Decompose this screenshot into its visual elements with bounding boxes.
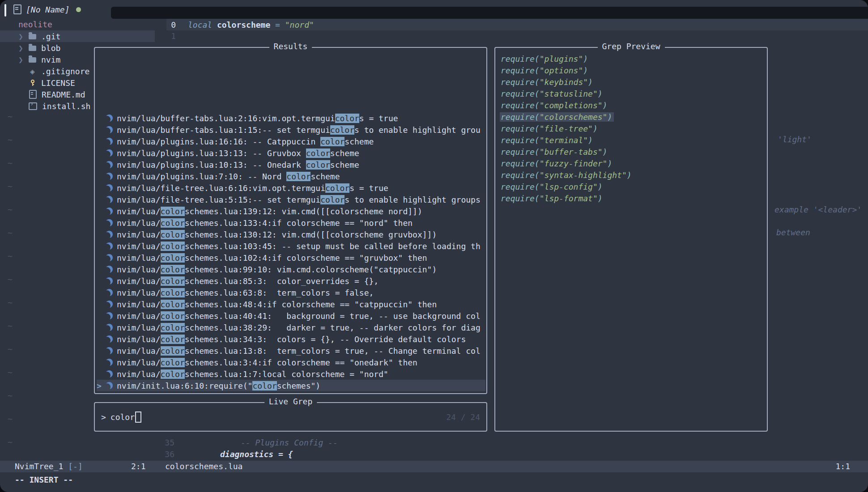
result-row[interactable]: nvim/lua/colorschemes.lua:13:8: term_col… — [97, 345, 485, 356]
readme-icon — [29, 90, 37, 99]
lua-file-icon — [106, 184, 113, 191]
match-highlight: color — [306, 148, 330, 158]
selection-caret — [97, 300, 106, 309]
preview-line: require("terminal") — [500, 135, 765, 146]
current-filename: colorschemes.lua — [165, 461, 243, 472]
match-highlight: color — [306, 160, 330, 170]
live-grep-input[interactable]: > color 24 / 24 — [95, 403, 486, 431]
selection-caret — [97, 125, 106, 135]
lua-file-icon — [106, 382, 113, 389]
result-row[interactable]: nvim/lua/plugins.lua:10:13: -- Onedark c… — [97, 159, 485, 170]
result-row[interactable]: nvim/lua/buffer-tabs.lua:1:15:-- set ter… — [97, 124, 485, 136]
selection-caret — [97, 311, 106, 321]
result-row[interactable]: nvim/lua/plugins.lua:16:16: -- Catppucci… — [97, 136, 485, 147]
folder-icon — [29, 34, 36, 39]
result-text: nvim/lua/plugins.lua:10:13: -- Onedark c… — [117, 160, 359, 170]
preview-line: require("options") — [500, 65, 765, 76]
tree-item-label: nvim — [41, 55, 60, 64]
lua-file-icon — [106, 138, 113, 145]
key-icon — [29, 79, 36, 87]
folder-icon — [29, 57, 36, 63]
result-row[interactable]: nvim/lua/colorschemes.lua:38:29: darker … — [97, 322, 485, 333]
lua-file-icon — [106, 219, 113, 226]
result-row[interactable]: nvim/lua/colorschemes.lua:99:10: vim.cmd… — [97, 263, 485, 275]
result-row[interactable]: nvim/lua/file-tree.lua:6:16:vim.opt.term… — [97, 182, 485, 194]
result-text: nvim/lua/plugins.lua:7:10: -- Nord color… — [117, 172, 340, 181]
tree-item-.git[interactable]: ❯.git — [0, 30, 155, 42]
match-highlight: color — [161, 242, 185, 251]
result-row[interactable]: nvim/lua/buffer-tabs.lua:2:16:vim.opt.te… — [97, 112, 485, 124]
match-highlight: color — [320, 195, 345, 204]
result-row[interactable]: nvim/lua/colorschemes.lua:34:3: colors =… — [97, 333, 485, 345]
result-row[interactable]: nvim/lua/plugins.lua:13:13: -- Gruvbox c… — [97, 147, 485, 159]
results-list[interactable]: nvim/lua/buffer-tabs.lua:2:16:vim.opt.te… — [97, 49, 485, 391]
match-highlight: color — [161, 358, 185, 367]
match-highlight: color — [161, 276, 185, 286]
result-row[interactable]: nvim/lua/colorschemes.lua:1:7:local colo… — [97, 368, 485, 380]
live-grep-window: Live Grep > color 24 / 24 — [94, 402, 487, 432]
result-text: nvim/lua/colorschemes.lua:38:29: darker … — [117, 323, 481, 332]
result-row[interactable]: nvim/lua/colorschemes.lua:40:41: backgro… — [97, 310, 485, 322]
preview-line: require("fuzzy-finder") — [500, 158, 765, 170]
lua-file-icon — [106, 359, 113, 366]
result-row[interactable]: nvim/lua/colorschemes.lua:85:3: color_ov… — [97, 275, 485, 287]
empty-line-tilde: ~ — [8, 367, 13, 378]
identifier-token: colorscheme — [217, 20, 270, 30]
lua-file-icon — [106, 277, 113, 284]
result-text: nvim/lua/colorschemes.lua:139:12: vim.cm… — [117, 207, 422, 216]
project-root-label: neolite — [0, 19, 166, 30]
empty-line-tilde: ~ — [8, 297, 13, 309]
result-text: nvim/lua/colorschemes.lua:99:10: vim.cmd… — [117, 265, 437, 274]
folder-icon — [29, 46, 36, 51]
file-icon — [13, 4, 21, 14]
lua-file-icon — [106, 266, 113, 273]
selection-caret — [97, 369, 106, 379]
preview-line: require("lsp-config") — [500, 181, 765, 193]
result-row[interactable]: nvim/lua/plugins.lua:7:10: -- Nord color… — [97, 170, 485, 182]
selection-caret — [97, 323, 106, 332]
tree-item-label: LICENSE — [41, 78, 75, 88]
result-text: nvim/lua/colorschemes.lua:130:12: vim.cm… — [117, 230, 437, 239]
selection-caret — [97, 346, 106, 356]
selection-caret — [97, 160, 106, 170]
lua-file-icon — [106, 173, 113, 180]
lua-file-icon — [106, 115, 113, 122]
lua-file-icon — [106, 161, 113, 168]
chevron-right-icon: ❯ — [18, 55, 29, 64]
result-row[interactable]: nvim/lua/file-tree.lua:5:15:-- set termg… — [97, 194, 485, 205]
result-row[interactable]: nvim/lua/colorschemes.lua:3:4:if colorsc… — [97, 356, 485, 368]
lua-file-icon — [106, 324, 113, 331]
match-highlight: color — [161, 253, 185, 263]
result-text: nvim/lua/colorschemes.lua:63:8: term_col… — [117, 288, 374, 297]
result-row[interactable]: nvim/lua/colorschemes.lua:139:12: vim.cm… — [97, 205, 485, 217]
result-text: nvim/lua/plugins.lua:16:16: -- Catppucci… — [117, 137, 374, 146]
cursor-position: 1:1 — [835, 461, 850, 472]
result-row[interactable]: nvim/lua/colorschemes.lua:102:4:if color… — [97, 252, 485, 263]
code-comment-line: -- Plugins Config -- — [241, 437, 338, 449]
editor-cursor-line[interactable]: 0 local colorscheme = "nord" — [166, 19, 868, 30]
line-number: 1 — [166, 30, 176, 42]
line-number: 36 — [152, 449, 174, 460]
preview-line: require("plugins") — [500, 53, 765, 65]
selection-caret — [97, 137, 106, 146]
match-highlight: color — [286, 172, 311, 181]
empty-line-tilde: ~ — [8, 181, 13, 192]
selection-caret: > — [97, 381, 106, 390]
match-highlight: color — [161, 265, 185, 274]
result-row[interactable]: nvim/lua/colorschemes.lua:63:8: term_col… — [97, 287, 485, 298]
tree-item-label: blob — [41, 43, 60, 53]
lua-file-icon — [106, 149, 113, 157]
buffer-tab[interactable]: [No Name] — [13, 3, 81, 16]
empty-line-tilde: ~ — [8, 437, 13, 448]
result-row[interactable]: nvim/lua/colorschemes.lua:48:4:if colors… — [97, 298, 485, 310]
empty-line-tilde: ~ — [8, 390, 13, 402]
results-counter: 24 / 24 — [446, 412, 480, 422]
result-row[interactable]: nvim/lua/colorschemes.lua:130:12: vim.cm… — [97, 229, 485, 240]
result-row[interactable]: >nvim/init.lua:6:10:require("colorscheme… — [97, 380, 485, 391]
buffer-name: NvimTree_1 [-] — [15, 461, 83, 472]
empty-line-tilde: ~ — [8, 344, 13, 355]
result-row[interactable]: nvim/lua/colorschemes.lua:103:45: -- set… — [97, 240, 485, 252]
modified-indicator-icon — [76, 7, 81, 12]
result-row[interactable]: nvim/lua/colorschemes.lua:133:4:if color… — [97, 217, 485, 229]
keyword-token: local — [188, 20, 212, 30]
